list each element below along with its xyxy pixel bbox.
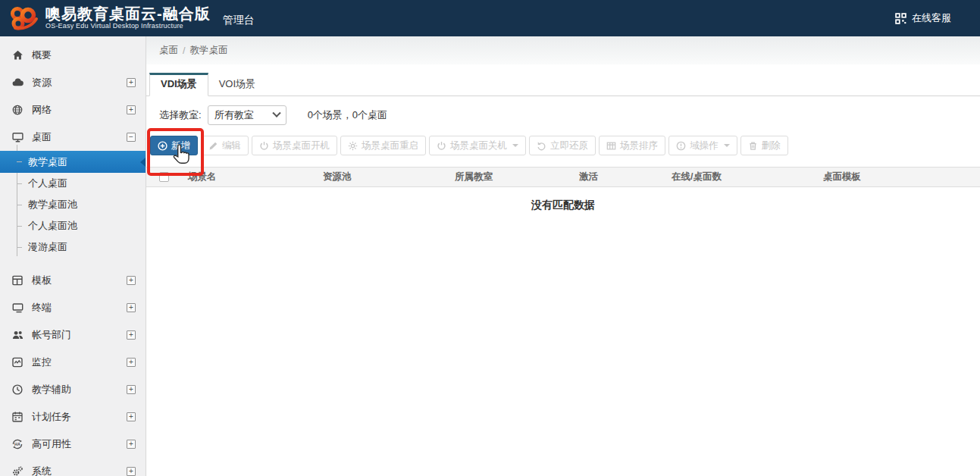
sidebar-subitem-personal-desktop[interactable]: 个人桌面	[0, 173, 146, 194]
sidebar-subitem-teaching-desktop[interactable]: 教学桌面	[0, 151, 146, 173]
col-resource-pool: 资源池	[317, 171, 449, 183]
sidebar-subitem-teaching-desktop-pool[interactable]: 教学桌面池	[0, 194, 146, 215]
sidebar-item-label: 概要	[32, 49, 52, 62]
monitor-chart-icon	[11, 356, 25, 369]
expand-plus-icon[interactable]: +	[127, 78, 136, 87]
scene-desktop-shutdown-button[interactable]: 场景桌面关机	[429, 136, 526, 155]
add-button[interactable]: 新增	[150, 136, 198, 155]
monitor-icon	[11, 131, 25, 144]
delete-button-label: 删除	[762, 139, 781, 152]
sidebar-item-label: 计划任务	[32, 410, 71, 424]
oseasy-logo-icon	[8, 5, 39, 31]
edit-button-label: 编辑	[222, 139, 241, 152]
desktop-submenu: 教学桌面 个人桌面 教学桌面池 个人桌面池 漫游桌面	[0, 151, 146, 258]
pencil-icon	[208, 141, 218, 151]
col-activation: 激活	[573, 171, 665, 183]
sidebar-item-high-availability[interactable]: HA 高可用性 +	[0, 431, 146, 458]
select-all-cell	[146, 172, 182, 182]
sidebar-item-terminal[interactable]: 终端 +	[0, 294, 146, 321]
sidebar-item-monitoring[interactable]: 监控 +	[0, 349, 146, 376]
scene-desktop-restart-button[interactable]: 场景桌面重启	[340, 136, 426, 155]
breadcrumb: 桌面 / 教学桌面	[146, 36, 980, 64]
qr-code-icon	[895, 13, 906, 24]
restore-now-button[interactable]: 立即还原	[529, 136, 596, 155]
select-all-checkbox[interactable]	[159, 172, 169, 182]
svg-text:HA: HA	[14, 442, 20, 446]
sidebar-subitem-roaming-desktop[interactable]: 漫游桌面	[0, 236, 146, 258]
toolbar: 新增 编辑 场景桌面开机 场景桌面重启 场景桌面关机	[150, 136, 980, 155]
sidebar-item-accounts[interactable]: 帐号部门 +	[0, 321, 146, 349]
classroom-filter-row: 选择教室: 所有教室 0个场景，0个桌面	[159, 105, 980, 125]
subitem-label: 个人桌面池	[28, 219, 77, 233]
shutdown-button-label: 场景桌面关机	[450, 139, 507, 152]
breadcrumb-parent[interactable]: 桌面	[159, 44, 178, 57]
sidebar-item-network[interactable]: 网络 +	[0, 96, 146, 124]
tab-voi-scene[interactable]: VOI场景	[208, 74, 266, 96]
sidebar-item-desktop[interactable]: 桌面 −	[0, 124, 146, 151]
expand-plus-icon[interactable]: +	[127, 467, 136, 476]
scene-tabs: VDI场景 VOI场景	[146, 75, 980, 96]
tab-vdi-scene[interactable]: VDI场景	[149, 73, 208, 96]
scene-desktop-poweron-button[interactable]: 场景桌面开机	[252, 136, 337, 155]
sidebar-item-label: 监控	[32, 355, 52, 369]
subitem-label: 教学桌面	[28, 155, 67, 169]
gears-icon	[11, 465, 25, 476]
domain-actions-button[interactable]: 域操作	[668, 136, 737, 155]
expand-plus-icon[interactable]: +	[127, 330, 136, 340]
table-header-row: 场景名 资源池 所属教室 激活 在线/桌面数 桌面模板	[146, 167, 980, 187]
expand-plus-icon[interactable]: +	[127, 412, 136, 421]
sidebar-item-label: 网络	[32, 103, 52, 117]
sidebar-item-teaching-aid[interactable]: 教学辅助 +	[0, 376, 146, 403]
sidebar-subitem-personal-desktop-pool[interactable]: 个人桌面池	[0, 215, 146, 236]
app-logo	[8, 5, 39, 31]
col-online-desktop-count: 在线/桌面数	[665, 171, 817, 183]
sidebar-item-label: 帐号部门	[32, 328, 71, 342]
cloud-icon	[11, 77, 25, 89]
app-title: 噢易教育桌面云-融合版	[45, 6, 211, 22]
power-on-icon	[259, 141, 269, 151]
ha-cycle-icon: HA	[11, 438, 25, 451]
classroom-select[interactable]: 所有教室	[208, 105, 286, 125]
online-support-label: 在线客服	[912, 11, 951, 25]
brand-block: 噢易教育桌面云-融合版 OS-Easy Edu Virtual Desktop …	[45, 6, 211, 30]
restore-button-label: 立即还原	[550, 139, 588, 152]
app-subtitle: OS-Easy Edu Virtual Desktop Infrastructu…	[45, 23, 211, 30]
sidebar-item-template[interactable]: 模板 +	[0, 267, 146, 294]
edit-button[interactable]: 编辑	[201, 136, 249, 155]
sidebar-item-label: 系统	[32, 465, 52, 476]
sidebar-item-scheduled-tasks[interactable]: 计划任务 +	[0, 403, 146, 431]
expand-plus-icon[interactable]: +	[127, 276, 136, 285]
selected-arrow-icon	[140, 158, 146, 167]
grid-table-icon	[606, 141, 616, 151]
sidebar-item-system[interactable]: 系统 +	[0, 458, 146, 476]
power-off-icon	[437, 141, 446, 151]
sidebar-item-label: 教学辅助	[32, 383, 71, 396]
col-classroom: 所属教室	[449, 171, 573, 183]
domain-button-label: 域操作	[690, 139, 719, 152]
sidebar-item-resources[interactable]: 资源 +	[0, 69, 146, 96]
expand-plus-icon[interactable]: +	[127, 105, 136, 114]
calendar-icon	[11, 411, 25, 424]
app-header: 噢易教育桌面云-融合版 OS-Easy Edu Virtual Desktop …	[0, 0, 980, 36]
scene-sort-button[interactable]: 场景排序	[599, 136, 665, 155]
empty-state-message: 没有匹配数据	[146, 187, 980, 212]
subitem-label: 个人桌面	[28, 177, 67, 190]
expand-plus-icon[interactable]: +	[127, 358, 136, 367]
sidebar-item-overview[interactable]: 概要	[0, 42, 146, 69]
expand-minus-icon[interactable]: −	[127, 133, 136, 142]
expand-plus-icon[interactable]: +	[127, 440, 136, 449]
col-scene-name: 场景名	[182, 171, 317, 183]
breadcrumb-current: 教学桌面	[189, 44, 227, 57]
add-button-label: 新增	[171, 139, 190, 152]
chevron-down-icon	[272, 109, 280, 117]
subitem-label: 漫游桌面	[28, 240, 67, 254]
expand-plus-icon[interactable]: +	[127, 303, 136, 312]
breadcrumb-separator: /	[183, 45, 185, 56]
expand-plus-icon[interactable]: +	[127, 385, 136, 394]
sidebar-item-label: 高可用性	[32, 437, 71, 451]
online-support[interactable]: 在线客服	[895, 11, 951, 25]
delete-button[interactable]: 删除	[740, 136, 788, 155]
restart-icon	[348, 141, 358, 151]
users-icon	[11, 329, 25, 342]
home-icon	[11, 49, 25, 62]
